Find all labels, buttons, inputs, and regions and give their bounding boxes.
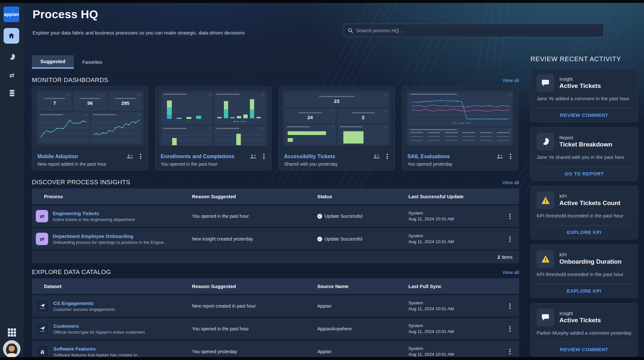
record-type-plane-icon xyxy=(36,299,49,312)
row-menu-kebab-icon[interactable] xyxy=(508,303,512,310)
sidebar: appian ⇄ xyxy=(0,3,24,357)
sidebar-item-app-switcher[interactable] xyxy=(0,326,24,339)
table-row: ⇄ Engineering Tickets Active tickets in … xyxy=(32,205,519,227)
sidebar-item-home[interactable] xyxy=(4,28,19,44)
review-comment-button[interactable]: REVIEW COMMENT xyxy=(537,108,632,122)
reason-cell: New insight created yesterday xyxy=(185,236,310,242)
activity-title: Active Tickets xyxy=(559,82,601,90)
shared-users-icon[interactable] xyxy=(250,154,257,159)
dashboard-card-mobile-adoption: ⤢7 ⤢56 ⤢295 ⤢ ⤢ xyxy=(32,86,148,170)
explore-kpi-button[interactable]: EXPLORE KPI xyxy=(537,225,632,239)
row-menu-kebab-icon[interactable] xyxy=(508,213,512,220)
dashboard-title-link[interactable]: SAIL Evaluations xyxy=(407,154,450,159)
data-catalog-table: Dataset Reason Suggested Source Name Las… xyxy=(32,278,519,360)
last-sync-cell: System Aug 11, 2024 10:01 AM xyxy=(401,300,496,312)
table-header-row: Dataset Reason Suggested Source Name Las… xyxy=(32,278,519,294)
dashboard-thumbnail[interactable]: ⤢ xyxy=(405,90,514,146)
mini-bar-chart: ⤢ xyxy=(337,125,389,145)
mini-multiline-chart: ⤢ xyxy=(408,92,512,126)
go-to-report-button[interactable]: GO TO REPORT xyxy=(537,167,632,180)
browser-top-bar xyxy=(0,0,644,3)
pie-chart-icon xyxy=(8,53,16,61)
card-menu-kebab-icon[interactable] xyxy=(509,153,513,160)
reason-cell: New report created in past hour xyxy=(185,303,310,309)
activity-type: Insight xyxy=(559,76,601,82)
mini-kpi-tile: ⤢24 xyxy=(284,109,336,123)
table-footer: 2 items xyxy=(32,251,519,263)
column-header-source: Source Name xyxy=(310,284,401,289)
dashboard-title-link[interactable]: Accessibility Tickets xyxy=(284,154,335,159)
expand-icon: ⤢ xyxy=(103,93,105,96)
search-bar[interactable] xyxy=(344,24,604,37)
card-menu-kebab-icon[interactable] xyxy=(139,153,143,160)
shared-users-icon[interactable] xyxy=(373,154,380,159)
card-menu-kebab-icon[interactable] xyxy=(262,153,266,160)
mini-table: ⤢ xyxy=(408,128,512,145)
dataset-title-link[interactable]: Software Features xyxy=(53,346,140,352)
tab-bar: Suggested Favorites xyxy=(32,55,519,69)
check-circle-icon: ✓ xyxy=(317,237,322,242)
activity-title: Active Tickets xyxy=(559,317,601,324)
record-type-plane-icon xyxy=(36,322,49,335)
dashboard-card-subtitle: You opened yesterday xyxy=(407,161,513,167)
appian-logo[interactable]: appian xyxy=(4,7,19,22)
activity-card-insight-active-tickets: Insight Active Tickets Jane Ye added a c… xyxy=(530,69,638,122)
mini-kpi-tile: ⤢295 xyxy=(108,92,142,111)
table-row: CS Engagements Customer success engageme… xyxy=(32,295,519,317)
dashboard-card-sail-evaluations: ⤢ xyxy=(402,86,518,170)
activity-body: Parker Murphy added a comment yesterday xyxy=(537,330,632,336)
dashboard-thumbnail[interactable]: ⤢23 ⤢24 ⤢2 ⤢ ⤢ xyxy=(282,90,391,146)
section-heading-data-catalog: EXPLORE DATA CATALOG xyxy=(32,269,111,276)
pie-chart-icon xyxy=(537,133,554,150)
explore-kpi-button[interactable]: EXPLORE KPI xyxy=(537,284,632,298)
review-comment-button[interactable]: REVIEW COMMENT xyxy=(537,342,632,356)
dashboard-thumbnail[interactable]: ⤢ ⤢ xyxy=(159,90,268,146)
source-cell: Appian xyxy=(310,303,401,309)
tab-suggested[interactable]: Suggested xyxy=(32,55,74,69)
dashboard-thumbnail[interactable]: ⤢7 ⤢56 ⤢295 ⤢ ⤢ xyxy=(35,90,144,146)
shared-users-icon[interactable] xyxy=(126,154,133,159)
process-description: Onboarding process for openings to posit… xyxy=(53,240,167,245)
activity-body: Jane Ye shared with you in the past hour xyxy=(537,154,632,160)
process-title-link[interactable]: Department Employee Onboarding xyxy=(53,233,167,239)
row-menu-kebab-icon[interactable] xyxy=(508,236,512,242)
dashboard-card-subtitle: You opened in the past hour xyxy=(161,161,266,167)
mini-stacked-bar-chart: ⤢ xyxy=(214,92,266,125)
dashboard-title-link[interactable]: Enrollments and Completions xyxy=(161,154,235,159)
avatar-photo xyxy=(3,340,21,358)
warning-triangle-icon xyxy=(537,250,554,268)
activity-type: Insight xyxy=(559,311,601,316)
status-cell: ✓Update Successful xyxy=(317,236,401,242)
card-menu-kebab-icon[interactable] xyxy=(385,153,389,160)
sidebar-item-analytics[interactable] xyxy=(0,50,24,64)
search-input[interactable] xyxy=(356,28,599,33)
view-all-dashboards-link[interactable]: View all xyxy=(502,77,519,83)
view-all-catalog-link[interactable]: View all xyxy=(502,270,519,275)
row-menu-kebab-icon[interactable] xyxy=(508,325,512,332)
column-header-process: Process xyxy=(32,194,185,199)
user-avatar[interactable] xyxy=(3,340,21,358)
last-sync-cell: System Aug 11, 2024 10:01 AM xyxy=(401,323,496,335)
dataset-title-link[interactable]: Customers xyxy=(53,323,145,329)
process-description: Active tickets in the engineering depart… xyxy=(53,217,135,222)
activity-type: KPI xyxy=(559,252,622,257)
sidebar-item-processes[interactable]: ⇄ xyxy=(0,68,24,82)
comment-icon xyxy=(537,309,554,326)
mini-stacked-bar-chart: ⤢ xyxy=(161,92,212,125)
tab-favorites[interactable]: Favorites xyxy=(74,55,111,69)
sidebar-item-data[interactable] xyxy=(0,86,24,100)
expand-icon: ⤢ xyxy=(332,109,334,113)
dataset-title-link[interactable]: CS Engagements xyxy=(53,300,115,306)
dataset-description: Customer success engagements xyxy=(53,307,115,312)
reason-cell: You opened in the past hour xyxy=(185,326,310,331)
process-title-link[interactable]: Engineering Tickets xyxy=(53,211,135,216)
column-header-last-update: Last Successful Update xyxy=(401,194,496,199)
dashboard-title-link[interactable]: Mobile Adoption xyxy=(37,154,78,159)
main-content: Suggested Favorites MONITOR DASHBOARDS V… xyxy=(32,55,519,360)
check-circle-icon: ✓ xyxy=(317,214,322,219)
row-menu-kebab-icon[interactable] xyxy=(508,348,512,355)
shared-users-icon[interactable] xyxy=(496,154,503,159)
activity-card-kpi-onboarding-duration: KPI Onboarding Duration KPI threshold ex… xyxy=(530,244,638,298)
view-all-insights-link[interactable]: View all xyxy=(502,180,519,185)
mini-bar-chart: ⤢ xyxy=(214,126,266,146)
